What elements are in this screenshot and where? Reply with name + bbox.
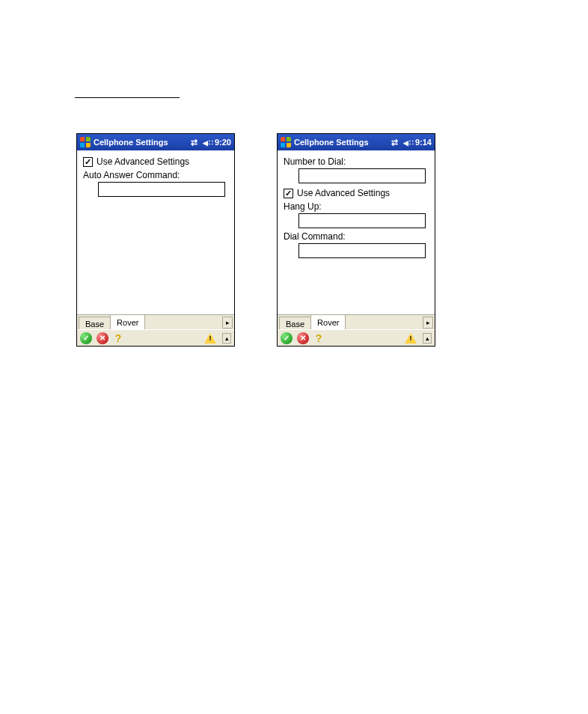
sync-icon[interactable]	[391, 138, 400, 147]
dial-command-input[interactable]	[298, 243, 426, 258]
use-advanced-row: Use Advanced Settings	[83, 156, 228, 167]
bottom-toolbar	[77, 329, 234, 346]
number-to-dial-label: Number to Dial:	[284, 156, 429, 167]
cancel-button[interactable]	[97, 332, 108, 344]
hang-up-label: Hang Up:	[284, 201, 429, 212]
help-button[interactable]	[313, 332, 324, 344]
clock[interactable]: 9:14	[415, 138, 432, 147]
dial-command-label: Dial Command:	[284, 231, 429, 242]
windows-flag-icon[interactable]	[281, 137, 291, 147]
auto-answer-label: Auto Answer Command:	[83, 170, 228, 180]
ok-button[interactable]	[281, 332, 293, 344]
tab-bar: Base Rover ▸	[77, 314, 234, 329]
bottom-toolbar	[278, 329, 435, 346]
device-window-rover: Cellphone Settings 9:14 Number to Dial: …	[277, 133, 435, 347]
tab-scroll-button[interactable]: ▸	[423, 317, 433, 329]
warning-icon[interactable]	[405, 333, 417, 344]
content-area: Use Advanced Settings Auto Answer Comman…	[77, 150, 234, 314]
hang-up-input[interactable]	[298, 213, 426, 228]
content-area: Number to Dial: Use Advanced Settings Ha…	[278, 150, 435, 314]
tab-base-label: Base	[85, 320, 104, 329]
sync-icon[interactable]	[191, 138, 200, 147]
tab-rover-label: Rover	[117, 318, 138, 327]
ok-button[interactable]	[80, 332, 92, 344]
tab-rover[interactable]: Rover	[110, 314, 145, 329]
tab-base[interactable]: Base	[279, 317, 311, 330]
window-title: Cellphone Settings	[94, 138, 191, 147]
titlebar: Cellphone Settings 9:20	[77, 134, 234, 150]
tab-bar: Base Rover ▸	[278, 314, 435, 329]
tab-base[interactable]: Base	[79, 317, 111, 330]
tab-scroll-button[interactable]: ▸	[222, 317, 233, 329]
help-button[interactable]	[113, 332, 123, 344]
cancel-button[interactable]	[297, 332, 309, 344]
device-window-base: Cellphone Settings 9:20 Use Advanced Set…	[76, 133, 235, 347]
warning-icon[interactable]	[204, 333, 216, 344]
volume-icon[interactable]	[203, 138, 212, 147]
use-advanced-checkbox[interactable]	[83, 157, 93, 167]
titlebar: Cellphone Settings 9:14	[278, 134, 435, 150]
auto-answer-input[interactable]	[98, 182, 225, 197]
window-title: Cellphone Settings	[294, 138, 391, 147]
number-to-dial-input[interactable]	[298, 168, 426, 183]
sip-up-button[interactable]	[222, 333, 231, 344]
tab-base-label: Base	[286, 320, 304, 329]
tab-rover-label: Rover	[317, 318, 339, 327]
use-advanced-label: Use Advanced Settings	[97, 156, 189, 167]
use-advanced-label: Use Advanced Settings	[297, 188, 390, 198]
windows-flag-icon[interactable]	[80, 137, 91, 147]
sip-up-button[interactable]	[423, 333, 432, 344]
tab-rover[interactable]: Rover	[310, 314, 346, 329]
use-advanced-row: Use Advanced Settings	[284, 188, 429, 198]
volume-icon[interactable]	[403, 138, 412, 147]
section-underline	[75, 97, 180, 98]
use-advanced-checkbox[interactable]	[284, 189, 293, 198]
clock[interactable]: 9:20	[215, 138, 231, 147]
